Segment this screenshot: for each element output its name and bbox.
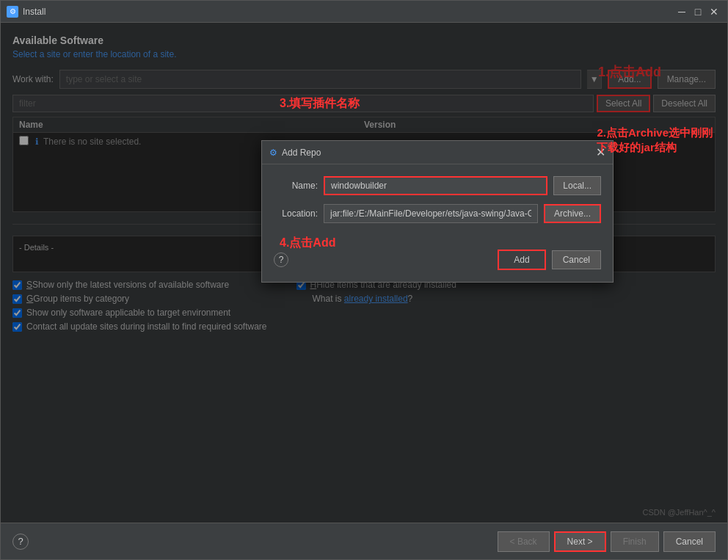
main-content: 1.点击Add Available Software Select a site… <box>1 23 727 523</box>
bottom-bar: ? < Back Next > Finish Cancel <box>1 523 727 559</box>
annotation-step3: 3.填写插件名称 <box>280 96 360 112</box>
finish-button[interactable]: Finish <box>611 531 659 552</box>
modal-title: Add Repo <box>282 148 321 158</box>
modal-location-row: Location: Archive... <box>274 204 601 223</box>
modal-title-group: ⚙ Add Repo <box>269 148 321 158</box>
modal-name-input[interactable] <box>324 176 547 195</box>
modal-cancel-button[interactable]: Cancel <box>552 250 601 269</box>
modal-help: ? <box>274 252 492 267</box>
close-button[interactable]: ✕ <box>707 4 721 19</box>
annotation-step4: 4.点击Add <box>280 236 335 251</box>
archive-button[interactable]: Archive... <box>544 204 601 223</box>
modal-location-input[interactable] <box>324 204 538 223</box>
back-button[interactable]: < Back <box>498 531 550 552</box>
modal-location-label: Location: <box>274 208 318 219</box>
minimize-button[interactable]: ─ <box>674 4 689 19</box>
modal-name-label: Name: <box>274 181 318 191</box>
next-button[interactable]: Next > <box>554 531 606 552</box>
cancel-button[interactable]: Cancel <box>663 531 716 552</box>
modal-body: Name: Local... Location: Archive... <box>262 164 613 244</box>
window-controls: ─ □ ✕ <box>674 4 721 19</box>
title-bar: ⚙ Install ─ □ ✕ <box>1 1 727 23</box>
modal-overlay: 3.填写插件名称 2.点击Archive选中刚刚 下载好的jar结构 4.点击A… <box>1 23 727 523</box>
annotation-step2: 2.点击Archive选中刚刚 下载好的jar结构 <box>597 126 713 154</box>
modal-icon: ⚙ <box>269 148 277 158</box>
window-icon: ⚙ <box>7 6 18 18</box>
install-window: ⚙ Install ─ □ ✕ 1.点击Add Available Softwa… <box>0 0 728 560</box>
navigation-buttons: < Back Next > Finish Cancel <box>498 531 716 552</box>
modal-name-row: Name: Local... <box>274 176 601 195</box>
modal-title-bar: ⚙ Add Repo ✕ <box>262 141 613 164</box>
help-button[interactable]: ? <box>12 534 29 550</box>
modal-help-icon[interactable]: ? <box>274 252 288 267</box>
maximize-button[interactable]: □ <box>691 4 705 19</box>
local-button[interactable]: Local... <box>553 176 601 195</box>
modal-add-button[interactable]: Add <box>498 250 545 270</box>
add-repo-dialog: ⚙ Add Repo ✕ Name: Local... Locatio <box>261 140 614 283</box>
window-title: Install <box>23 7 674 17</box>
